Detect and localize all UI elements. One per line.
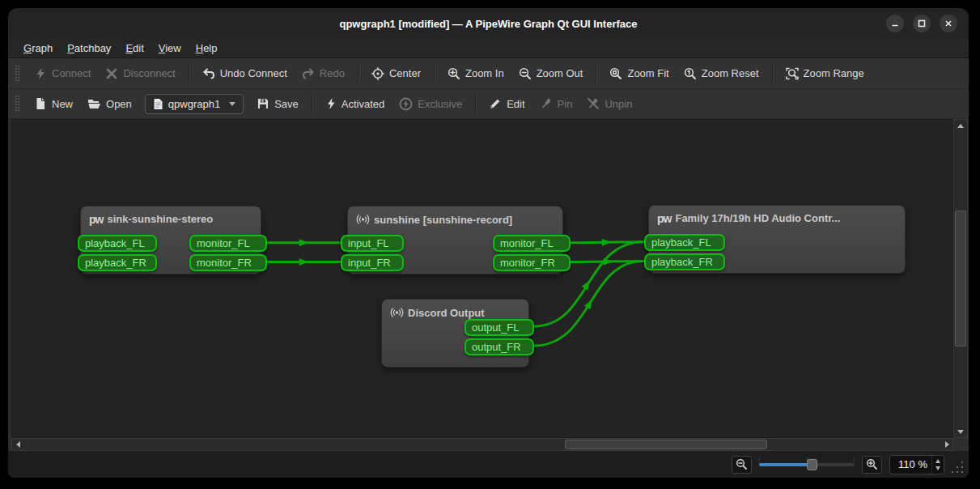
redo-button[interactable]: Redo [295,63,352,84]
zoom-in-button[interactable]: Zoom In [440,63,511,84]
scroll-left-button[interactable] [12,439,23,450]
zoom-fit-button[interactable]: Zoom Fit [602,63,676,84]
slider-groove-filled[interactable] [759,463,812,466]
zoom-range-button[interactable]: Zoom Range [778,63,872,84]
node-title: pw sink-sunshine-stereo [81,206,261,228]
wire-arrow-icon [602,239,612,246]
statusbar: 110 % [8,451,969,478]
zoom-reset-button[interactable]: Zoom Reset [677,63,766,84]
zoom-percent-spinbox[interactable]: 110 % [889,455,944,474]
scrollbar-corner [953,438,969,451]
port-sink-monitor-fl[interactable]: monitor_FL [189,235,267,252]
node-title: pw Family 17h/19h HD Audio Contr... [649,206,905,227]
toolbar-separator [358,64,358,83]
port-sink-playback-fr[interactable]: playback_FR [78,254,157,271]
port-sink-monitor-fr[interactable]: monitor_FR [189,254,267,271]
window-controls [886,15,957,32]
connect-icon [34,67,47,80]
exclusive-button[interactable]: Exclusive [392,93,469,115]
port-sink-playback-fl[interactable]: playback_FL [78,235,157,252]
center-button[interactable]: Center [364,63,428,84]
spin-up-icon [935,459,940,463]
maximize-button[interactable] [913,15,931,32]
port-family-playback-fr[interactable]: playback_FR [644,253,725,270]
zoom-slider[interactable] [759,456,855,474]
triangle-left-icon [16,441,20,448]
redo-icon [302,67,315,80]
undo-connect-button[interactable]: Undo Connect [195,63,295,84]
patchbay-profile-combo[interactable]: qpwgraph1 [145,94,244,114]
vertical-scroll-thumb[interactable] [955,210,966,346]
activated-button[interactable]: Activated [318,93,392,114]
connection-line[interactable] [570,262,643,262]
slider-groove[interactable] [812,463,855,466]
wire-arrow-icon [582,279,593,291]
statusbar-zoom-in-button[interactable] [862,456,882,474]
zoom-out-small-icon [736,458,748,470]
activated-bolt-icon [325,97,337,110]
toolbar-patchbay: New Open qpwgraph1 Save [8,89,969,119]
port-sunshine-monitor-fl[interactable]: monitor_FL [493,235,571,252]
new-button[interactable]: New [27,93,80,114]
close-button[interactable] [940,15,957,32]
unpin-icon [587,97,600,110]
vertical-scroll-track[interactable] [954,131,967,426]
menu-help[interactable]: Help [189,40,225,56]
vertical-scrollbar[interactable] [953,119,968,438]
wire-arrow-icon [299,258,309,266]
pin-icon [540,97,553,110]
save-button[interactable]: Save [249,93,306,114]
scroll-up-button[interactable] [954,120,967,131]
port-discord-output-fl[interactable]: output_FL [465,319,534,336]
spinbox-arrows[interactable] [931,456,944,474]
port-discord-output-fr[interactable]: output_FR [465,338,534,355]
connect-button[interactable]: Connect [27,63,98,84]
pin-button[interactable]: Pin [532,93,580,114]
zoom-fit-icon [609,67,622,80]
save-icon [257,97,269,110]
toolbar-drag-handle[interactable] [15,65,20,83]
menu-edit[interactable]: Edit [118,40,151,56]
triangle-right-icon [945,441,949,448]
port-sunshine-input-fr[interactable]: input_FR [341,254,404,271]
disconnect-button[interactable]: Disconnect [98,63,182,84]
titlebar[interactable]: qpwgraph1 [modified] — A PipeWire Graph … [8,8,969,39]
menu-graph[interactable]: Graph [16,40,60,56]
window-resize-grip[interactable] [949,459,965,474]
slider-tick [854,457,855,461]
port-family-playback-fl[interactable]: playback_FL [644,234,725,251]
triangle-up-icon [957,124,964,128]
horizontal-scroll-thumb[interactable] [565,440,766,449]
statusbar-zoom-out-button[interactable] [732,456,752,474]
menu-view[interactable]: View [151,40,189,56]
zoom-out-button[interactable]: Zoom Out [511,63,591,84]
node-title: sunshine [sunshine-record] [348,206,562,229]
menubar: Graph Patchbay Edit View Help [8,39,969,58]
stream-icon [356,213,370,226]
graph-canvas[interactable]: pw sink-sunshine-stereo sunshine [sunshi… [11,119,953,438]
edit-button[interactable]: Edit [482,93,532,114]
minimize-button[interactable] [886,15,904,32]
center-icon [371,67,384,80]
chevron-down-icon [229,102,235,106]
zoom-in-small-icon [866,458,878,470]
horizontal-scroll-track[interactable] [23,439,941,450]
menu-patchbay[interactable]: Patchbay [60,40,118,56]
horizontal-scrollbar[interactable] [11,438,953,451]
unpin-button[interactable]: Unpin [579,93,639,114]
open-button[interactable]: Open [80,93,139,114]
connection-line[interactable] [570,242,643,243]
port-sunshine-input-fl[interactable]: input_FL [341,235,404,252]
port-sunshine-monitor-fr[interactable]: monitor_FR [493,254,571,271]
toolbar-drag-handle[interactable] [15,95,20,113]
slider-handle[interactable] [807,459,817,470]
toolbar-separator [189,64,189,83]
spin-down-icon [935,466,940,470]
app-window: qpwgraph1 [modified] — A PipeWire Graph … [8,8,969,478]
close-icon [944,19,953,28]
new-file-icon [34,97,47,110]
wire-arrow-icon [584,297,596,309]
scroll-down-button[interactable] [954,426,967,437]
pipewire-icon: pw [657,213,671,224]
scroll-right-button[interactable] [941,439,952,450]
